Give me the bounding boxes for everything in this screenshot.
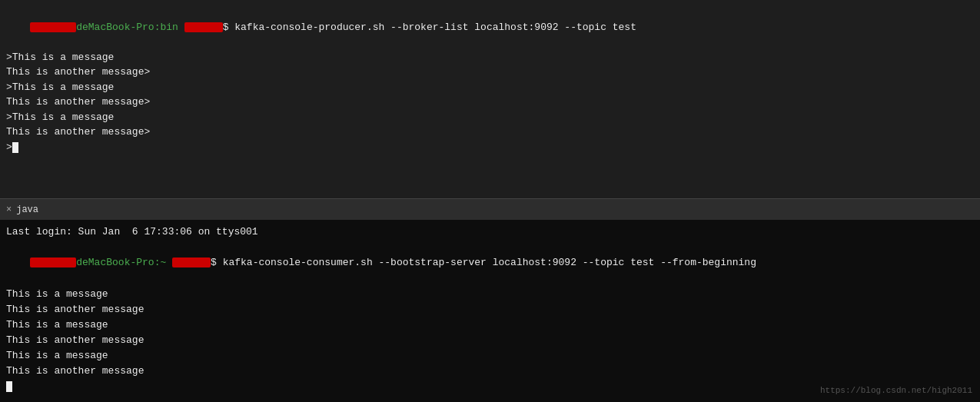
tab-bar: × java (0, 198, 980, 220)
cursor-2 (6, 381, 12, 392)
bottom-line-5: This is a message (6, 348, 974, 364)
bottom-terminal: Last login: Sun Jan 6 17:33:06 on ttys00… (0, 220, 980, 402)
redacted-user-4 (172, 257, 211, 267)
top-dollar: $ (223, 22, 235, 33)
bottom-hostname: deMacBook-Pro:~ (76, 257, 172, 268)
top-line-2: This is another message> (6, 65, 974, 80)
top-command: kafka-console-producer.sh --broker-list … (234, 22, 636, 33)
redacted-user-1 (30, 22, 76, 32)
top-terminal: deMacBook-Pro:bin $ kafka-console-produc… (0, 0, 980, 198)
bottom-login-line: Last login: Sun Jan 6 17:33:06 on ttys00… (6, 224, 974, 240)
top-line-5: >This is a message (6, 110, 974, 125)
bottom-line-4: This is another message (6, 333, 974, 348)
top-cmd-line: deMacBook-Pro:bin $ kafka-console-produc… (6, 5, 974, 50)
bottom-line-1: This is a message (6, 287, 974, 302)
bottom-cmd-line: deMacBook-Pro:~ $ kafka-console-consumer… (6, 240, 974, 286)
bottom-command: kafka-console-consumer.sh --bootstrap-se… (223, 257, 756, 268)
tab-close-button[interactable]: × (6, 204, 12, 215)
watermark: https://blog.csdn.net/high2011 (820, 384, 972, 397)
top-prompt-cursor: > (6, 140, 974, 155)
top-hostname: deMacBook-Pro:bin (76, 22, 184, 33)
top-line-6: This is another message> (6, 125, 974, 140)
redacted-user-3 (30, 257, 76, 267)
bottom-line-2: This is another message (6, 302, 974, 317)
tab-label[interactable]: java (16, 204, 38, 215)
bottom-line-6: This is another message (6, 364, 974, 379)
bottom-dollar: $ (211, 257, 223, 268)
cursor-1 (12, 142, 18, 153)
top-line-4: This is another message> (6, 95, 974, 110)
redacted-user-2 (184, 22, 223, 32)
top-line-3: >This is a message (6, 80, 974, 95)
top-line-1: >This is a message (6, 50, 974, 65)
bottom-line-3: This is a message (6, 317, 974, 333)
